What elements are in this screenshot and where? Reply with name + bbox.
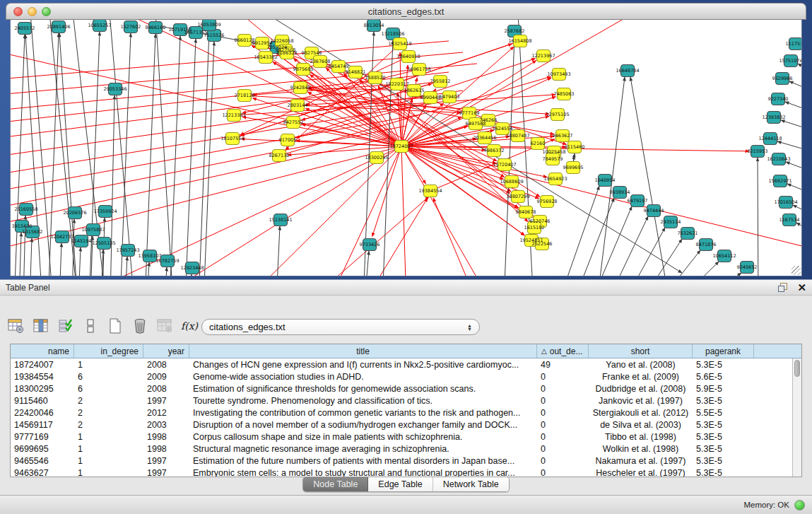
column-header-out_de[interactable]: △out_de... <box>537 344 589 358</box>
svg-text:9227340: 9227340 <box>768 96 789 102</box>
svg-text:1588520: 1588520 <box>365 75 386 81</box>
cell-year: 1997 <box>143 456 189 466</box>
svg-text:7849579: 7849579 <box>543 156 563 162</box>
cell-in_degree: 6 <box>74 384 143 394</box>
cell-out_de: 0 <box>537 444 589 454</box>
svg-text:1167534: 1167534 <box>779 217 800 223</box>
cell-pagerank: 5.3E-5 <box>693 432 754 442</box>
table-row[interactable]: 969969511998Structural magnetic resonanc… <box>11 443 792 455</box>
column-header-title[interactable]: title <box>189 344 537 358</box>
svg-text:10807487: 10807487 <box>506 133 529 139</box>
citation-network-graph[interactable]: 2405572208914061065525715276028466160107… <box>11 20 802 276</box>
cell-pagerank: 5.5E-5 <box>693 408 754 418</box>
function-builder-icon[interactable]: f(x) <box>180 316 199 336</box>
column-header-pagerank[interactable]: pagerank <box>693 344 754 358</box>
tab-network-table[interactable]: Network Table <box>433 477 509 491</box>
cell-name: 18300295 <box>11 384 74 394</box>
svg-text:7485063: 7485063 <box>554 91 575 97</box>
svg-text:10025458: 10025458 <box>542 149 565 155</box>
cell-name: 14569117 <box>11 420 74 430</box>
svg-text:6120746: 6120746 <box>530 218 551 224</box>
table-scrollbar[interactable] <box>792 358 801 477</box>
cell-pagerank: 5.3E-5 <box>693 456 754 466</box>
delete-table-icon[interactable] <box>131 316 149 336</box>
cell-out_de: 0 <box>537 384 589 394</box>
table-select-dropdown[interactable]: citations_edges.txt ▲▼ <box>201 319 480 335</box>
resize-grip[interactable] <box>792 266 801 275</box>
node-table: namein_degreeyeartitle△out_de...shortpag… <box>10 344 802 477</box>
cell-year: 1998 <box>143 444 189 454</box>
table-panel: Table Panel ✕ f(x) citations_edges.txt ▲… <box>0 279 812 514</box>
cell-in_degree: 2 <box>74 396 143 406</box>
cell-short: Wolkin et al. (1998) <box>589 444 693 454</box>
cell-short: Jankovic et al. (1997) <box>589 396 693 406</box>
svg-text:9463627: 9463627 <box>553 133 573 139</box>
table-row[interactable]: 977716911998Corpus callosum shape and si… <box>11 431 792 443</box>
cell-pagerank: 5.6E-5 <box>693 372 754 382</box>
svg-text:16053809: 16053809 <box>197 22 220 28</box>
row-height-icon[interactable] <box>81 316 100 336</box>
column-header-name[interactable]: name <box>11 344 74 358</box>
svg-text:12923448: 12923448 <box>180 265 204 271</box>
svg-text:9699695: 9699695 <box>563 165 584 170</box>
svg-text:15692971: 15692971 <box>768 178 792 184</box>
table-row[interactable]: 1456911722003Disruption of a novel membe… <box>11 419 792 431</box>
cell-short: Stergiakouli et al. (2012) <box>589 408 693 418</box>
cell-out_de: 0 <box>537 372 589 382</box>
svg-text:6479403: 6479403 <box>440 94 460 100</box>
svg-text:1117534: 1117534 <box>786 41 802 47</box>
svg-text:15751074: 15751074 <box>779 58 802 64</box>
tab-edge-table[interactable]: Edge Table <box>368 477 433 491</box>
svg-text:19654923: 19654923 <box>543 176 567 182</box>
cell-title: Embryonic stem cells: a model to study s… <box>189 468 537 478</box>
table-row[interactable]: 911546021997Tourette syndrome. Phenomeno… <box>11 395 792 407</box>
svg-text:16961758: 16961758 <box>407 66 430 72</box>
column-header-in_degree[interactable]: in_degree <box>74 344 143 358</box>
table-row[interactable]: 946362711997Embryonic stem cells: a mode… <box>11 467 792 477</box>
cell-year: 2008 <box>143 360 189 370</box>
float-panel-icon[interactable] <box>778 283 787 292</box>
svg-text:9840678: 9840678 <box>516 209 536 215</box>
svg-text:2803144: 2803144 <box>288 103 308 108</box>
svg-text:7955812: 7955812 <box>430 78 451 84</box>
table-row[interactable]: 1938455462009Genome-wide association stu… <box>11 370 792 382</box>
select-all-icon[interactable] <box>57 316 75 336</box>
zoom-window-button[interactable] <box>42 7 51 16</box>
cell-pagerank: 5.3E-5 <box>693 468 754 478</box>
show-column-icon[interactable] <box>32 316 50 336</box>
svg-text:16154808: 16154808 <box>508 38 531 44</box>
cell-year: 2012 <box>143 408 189 418</box>
table-header-row: namein_degreeyeartitle△out_de...shortpag… <box>11 344 801 358</box>
minimize-window-button[interactable] <box>28 7 37 16</box>
cell-name: 9463627 <box>11 468 74 478</box>
cell-name: 19384554 <box>11 372 74 382</box>
close-window-button[interactable] <box>13 7 23 16</box>
cell-out_de: 0 <box>537 396 589 406</box>
table-row[interactable]: 2242004622012Investigating the contribut… <box>11 407 792 419</box>
network-canvas[interactable]: 2405572208914061065525715276028466160107… <box>10 20 802 276</box>
cell-out_de: 0 <box>537 468 589 478</box>
window-titlebar[interactable]: citations_edges.txt <box>6 3 806 20</box>
table-mode-icon[interactable] <box>7 316 25 336</box>
new-table-icon[interactable] <box>106 316 124 336</box>
table-row[interactable]: 1830029562008Estimation of significance … <box>11 382 792 395</box>
cell-out_de: 0 <box>537 432 589 442</box>
cell-short: Hescheler et al. (1997) <box>589 468 693 478</box>
svg-text:12393832: 12393832 <box>762 115 785 120</box>
svg-text:9875685: 9875685 <box>293 66 314 72</box>
svg-text:8990448: 8990448 <box>420 95 441 100</box>
svg-text:12444118: 12444118 <box>758 136 782 141</box>
column-header-year[interactable]: year <box>143 344 189 358</box>
svg-text:2522546: 2522546 <box>532 241 553 247</box>
close-panel-icon[interactable]: ✕ <box>797 283 806 292</box>
import-table-icon[interactable] <box>155 316 174 336</box>
svg-text:9733426: 9733426 <box>360 242 380 247</box>
table-row[interactable]: 1872400712008Changes of HCN gene express… <box>11 358 792 370</box>
scrollbar-thumb[interactable] <box>794 360 800 377</box>
cell-name: 9115460 <box>11 396 74 406</box>
svg-text:18220317: 18220317 <box>385 81 408 87</box>
column-header-short[interactable]: short <box>589 344 693 358</box>
table-row[interactable]: 946554611997Estimation of the future num… <box>11 455 792 467</box>
svg-text:9756928: 9756928 <box>537 199 558 204</box>
tab-node-table[interactable]: Node Table <box>303 477 368 491</box>
